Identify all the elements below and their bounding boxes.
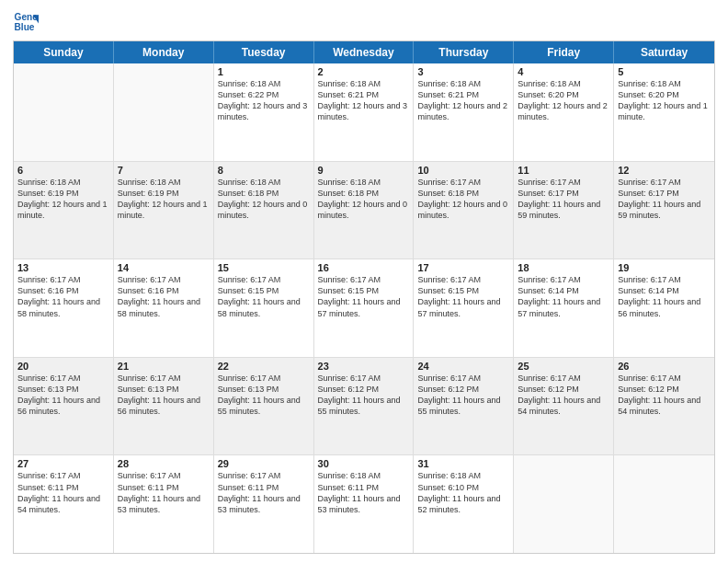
- calendar-week-1: 6Sunrise: 6:18 AMSunset: 6:19 PMDaylight…: [14, 162, 714, 260]
- day-number: 25: [518, 361, 609, 372]
- calendar-day-7: 7Sunrise: 6:18 AMSunset: 6:19 PMDaylight…: [114, 162, 214, 259]
- day-info: Sunrise: 6:18 AMSunset: 6:21 PMDaylight:…: [417, 78, 509, 123]
- calendar-day-4: 4Sunrise: 6:18 AMSunset: 6:20 PMDaylight…: [514, 63, 614, 161]
- day-number: 17: [417, 262, 509, 273]
- day-info: Sunrise: 6:17 AMSunset: 6:13 PMDaylight:…: [118, 373, 210, 418]
- calendar-day-23: 23Sunrise: 6:17 AMSunset: 6:12 PMDayligh…: [314, 358, 415, 455]
- header: General Blue: [13, 9, 715, 35]
- header-day-tuesday: Tuesday: [214, 41, 314, 63]
- day-number: 18: [518, 262, 609, 273]
- day-number: 12: [618, 165, 711, 176]
- day-info: Sunrise: 6:17 AMSunset: 6:16 PMDaylight:…: [17, 274, 109, 319]
- calendar-day-3: 3Sunrise: 6:18 AMSunset: 6:21 PMDaylight…: [414, 63, 514, 161]
- day-info: Sunrise: 6:18 AMSunset: 6:18 PMDaylight:…: [318, 177, 410, 222]
- calendar-day-19: 19Sunrise: 6:17 AMSunset: 6:14 PMDayligh…: [614, 259, 714, 357]
- calendar-week-4: 27Sunrise: 6:17 AMSunset: 6:11 PMDayligh…: [14, 455, 714, 553]
- calendar-day-27: 27Sunrise: 6:17 AMSunset: 6:11 PMDayligh…: [14, 455, 114, 553]
- day-info: Sunrise: 6:17 AMSunset: 6:15 PMDaylight:…: [318, 274, 410, 319]
- day-info: Sunrise: 6:18 AMSunset: 6:19 PMDaylight:…: [17, 177, 109, 222]
- logo: General Blue: [13, 9, 42, 35]
- calendar-day-31: 31Sunrise: 6:18 AMSunset: 6:10 PMDayligh…: [414, 455, 514, 553]
- calendar-day-28: 28Sunrise: 6:17 AMSunset: 6:11 PMDayligh…: [114, 455, 214, 553]
- day-number: 15: [218, 262, 310, 273]
- day-number: 3: [417, 66, 509, 77]
- day-number: 30: [318, 458, 410, 469]
- calendar-day-6: 6Sunrise: 6:18 AMSunset: 6:19 PMDaylight…: [14, 162, 114, 259]
- calendar-day-12: 12Sunrise: 6:17 AMSunset: 6:17 PMDayligh…: [614, 162, 714, 259]
- day-number: 24: [417, 361, 509, 372]
- day-number: 26: [618, 361, 711, 372]
- calendar-day-18: 18Sunrise: 6:17 AMSunset: 6:14 PMDayligh…: [514, 259, 614, 357]
- calendar-day-empty: [614, 455, 714, 553]
- day-info: Sunrise: 6:17 AMSunset: 6:12 PMDaylight:…: [618, 373, 711, 418]
- day-info: Sunrise: 6:17 AMSunset: 6:12 PMDaylight:…: [518, 373, 609, 418]
- day-number: 23: [318, 361, 410, 372]
- logo-icon: General Blue: [13, 9, 39, 35]
- calendar-day-30: 30Sunrise: 6:18 AMSunset: 6:11 PMDayligh…: [314, 455, 415, 553]
- calendar-body: 1Sunrise: 6:18 AMSunset: 6:22 PMDaylight…: [14, 63, 714, 553]
- header-day-friday: Friday: [514, 41, 614, 63]
- day-info: Sunrise: 6:17 AMSunset: 6:11 PMDaylight:…: [17, 470, 109, 515]
- day-info: Sunrise: 6:17 AMSunset: 6:15 PMDaylight:…: [417, 274, 509, 319]
- day-number: 21: [118, 361, 210, 372]
- day-info: Sunrise: 6:17 AMSunset: 6:18 PMDaylight:…: [417, 177, 509, 222]
- calendar-day-2: 2Sunrise: 6:18 AMSunset: 6:21 PMDaylight…: [314, 63, 415, 161]
- calendar-day-1: 1Sunrise: 6:18 AMSunset: 6:22 PMDaylight…: [214, 63, 314, 161]
- day-number: 4: [518, 66, 609, 77]
- calendar-day-26: 26Sunrise: 6:17 AMSunset: 6:12 PMDayligh…: [614, 358, 714, 455]
- day-info: Sunrise: 6:17 AMSunset: 6:13 PMDaylight:…: [218, 373, 310, 418]
- day-info: Sunrise: 6:18 AMSunset: 6:19 PMDaylight:…: [118, 177, 210, 222]
- day-info: Sunrise: 6:17 AMSunset: 6:17 PMDaylight:…: [518, 177, 609, 222]
- day-info: Sunrise: 6:17 AMSunset: 6:11 PMDaylight:…: [218, 470, 310, 515]
- calendar-week-3: 20Sunrise: 6:17 AMSunset: 6:13 PMDayligh…: [14, 358, 714, 456]
- header-day-sunday: Sunday: [14, 41, 114, 63]
- day-number: 31: [417, 458, 509, 469]
- calendar-day-14: 14Sunrise: 6:17 AMSunset: 6:16 PMDayligh…: [114, 259, 214, 357]
- page: General Blue SundayMondayTuesdayWednesda…: [0, 0, 728, 563]
- day-info: Sunrise: 6:18 AMSunset: 6:18 PMDaylight:…: [218, 177, 310, 222]
- day-info: Sunrise: 6:18 AMSunset: 6:11 PMDaylight:…: [318, 470, 410, 515]
- day-number: 11: [518, 165, 609, 176]
- day-number: 1: [218, 66, 310, 77]
- calendar-day-21: 21Sunrise: 6:17 AMSunset: 6:13 PMDayligh…: [114, 358, 214, 455]
- header-day-wednesday: Wednesday: [314, 41, 415, 63]
- day-info: Sunrise: 6:18 AMSunset: 6:20 PMDaylight:…: [518, 78, 609, 123]
- calendar-day-8: 8Sunrise: 6:18 AMSunset: 6:18 PMDaylight…: [214, 162, 314, 259]
- calendar-day-10: 10Sunrise: 6:17 AMSunset: 6:18 PMDayligh…: [414, 162, 514, 259]
- day-number: 20: [17, 361, 109, 372]
- day-number: 22: [218, 361, 310, 372]
- calendar-day-9: 9Sunrise: 6:18 AMSunset: 6:18 PMDaylight…: [314, 162, 415, 259]
- day-number: 19: [618, 262, 711, 273]
- day-info: Sunrise: 6:17 AMSunset: 6:12 PMDaylight:…: [318, 373, 410, 418]
- calendar-day-13: 13Sunrise: 6:17 AMSunset: 6:16 PMDayligh…: [14, 259, 114, 357]
- header-day-saturday: Saturday: [614, 41, 714, 63]
- day-info: Sunrise: 6:18 AMSunset: 6:20 PMDaylight:…: [618, 78, 711, 123]
- calendar-day-24: 24Sunrise: 6:17 AMSunset: 6:12 PMDayligh…: [414, 358, 514, 455]
- day-number: 16: [318, 262, 410, 273]
- day-number: 7: [118, 165, 210, 176]
- calendar-day-empty: [114, 63, 214, 161]
- calendar-day-empty: [14, 63, 114, 161]
- calendar-day-29: 29Sunrise: 6:17 AMSunset: 6:11 PMDayligh…: [214, 455, 314, 553]
- day-number: 28: [118, 458, 210, 469]
- calendar-day-16: 16Sunrise: 6:17 AMSunset: 6:15 PMDayligh…: [314, 259, 415, 357]
- day-info: Sunrise: 6:17 AMSunset: 6:14 PMDaylight:…: [618, 274, 711, 319]
- day-info: Sunrise: 6:17 AMSunset: 6:13 PMDaylight:…: [17, 373, 109, 418]
- day-number: 5: [618, 66, 711, 77]
- calendar-day-20: 20Sunrise: 6:17 AMSunset: 6:13 PMDayligh…: [14, 358, 114, 455]
- header-day-monday: Monday: [114, 41, 214, 63]
- day-number: 14: [118, 262, 210, 273]
- svg-text:Blue: Blue: [15, 22, 35, 32]
- day-number: 9: [318, 165, 410, 176]
- day-number: 27: [17, 458, 109, 469]
- day-info: Sunrise: 6:18 AMSunset: 6:10 PMDaylight:…: [417, 470, 509, 515]
- day-number: 8: [218, 165, 310, 176]
- day-info: Sunrise: 6:17 AMSunset: 6:11 PMDaylight:…: [118, 470, 210, 515]
- calendar: SundayMondayTuesdayWednesdayThursdayFrid…: [13, 40, 715, 554]
- day-info: Sunrise: 6:17 AMSunset: 6:14 PMDaylight:…: [518, 274, 609, 319]
- calendar-day-11: 11Sunrise: 6:17 AMSunset: 6:17 PMDayligh…: [514, 162, 614, 259]
- day-number: 6: [17, 165, 109, 176]
- day-number: 2: [318, 66, 410, 77]
- day-info: Sunrise: 6:17 AMSunset: 6:17 PMDaylight:…: [618, 177, 711, 222]
- calendar-day-5: 5Sunrise: 6:18 AMSunset: 6:20 PMDaylight…: [614, 63, 714, 161]
